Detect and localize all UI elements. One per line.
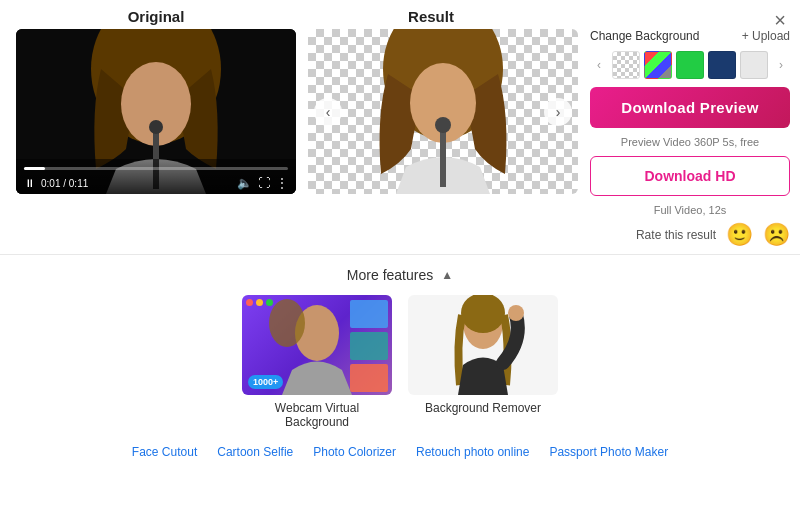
swatch-next-button[interactable]: › (772, 56, 790, 74)
modal-container: × Original Result (0, 0, 800, 516)
download-hd-button[interactable]: Download HD (590, 156, 790, 196)
collapse-arrow-icon[interactable]: ▲ (441, 268, 453, 282)
svg-point-11 (269, 299, 305, 347)
rate-happy-button[interactable]: 🙂 (726, 224, 753, 246)
progress-fill (24, 167, 45, 170)
footer-link-retouch[interactable]: Retouch photo online (416, 445, 529, 459)
divider (0, 254, 800, 255)
bg-remover-feature-card[interactable]: Background Remover (408, 295, 558, 429)
swatch-light-gray[interactable] (740, 51, 768, 79)
original-video-panel: ⏸ 0:01 / 0:11 🔈 ⛶ ⋮ (16, 29, 296, 194)
video-controls: ⏸ 0:01 / 0:11 🔈 ⛶ ⋮ (16, 161, 296, 194)
webcam-feature-name: Webcam Virtual Background (242, 401, 392, 429)
right-controls-panel: Change Background + Upload ‹ › Download … (590, 29, 790, 246)
footer-link-face-cutout[interactable]: Face Cutout (132, 445, 197, 459)
feature-cards: 1000+ Webcam Virtual Background (16, 295, 784, 429)
more-features-section: More features ▲ (0, 263, 800, 439)
upload-link[interactable]: + Upload (742, 29, 790, 43)
bg-remover-thumb (408, 295, 558, 395)
rate-label: Rate this result (636, 228, 716, 242)
download-preview-button[interactable]: Download Preview (590, 87, 790, 128)
result-next-button[interactable]: › (544, 98, 572, 126)
close-button[interactable]: × (774, 10, 786, 30)
result-label: Result (296, 8, 566, 25)
swatch-green[interactable] (676, 51, 704, 79)
time-display: 0:01 / 0:11 (41, 178, 231, 189)
progress-bar[interactable] (24, 167, 288, 170)
svg-point-4 (149, 120, 163, 134)
svg-point-9 (435, 117, 451, 133)
volume-icon[interactable]: 🔈 (237, 176, 252, 190)
webcam-badge: 1000+ (248, 375, 283, 389)
swatch-multi[interactable] (644, 51, 672, 79)
hd-info: Full Video, 12s (590, 204, 790, 216)
svg-rect-12 (350, 300, 388, 328)
fullscreen-icon[interactable]: ⛶ (258, 176, 270, 190)
svg-rect-8 (440, 127, 446, 187)
svg-rect-13 (350, 332, 388, 360)
result-prev-button[interactable]: ‹ (314, 98, 342, 126)
content-row: ⏸ 0:01 / 0:11 🔈 ⛶ ⋮ (0, 29, 800, 246)
rate-sad-button[interactable]: ☹️ (763, 224, 790, 246)
play-pause-button[interactable]: ⏸ (24, 177, 35, 189)
swatch-navy[interactable] (708, 51, 736, 79)
rate-row: Rate this result 🙂 ☹️ (590, 224, 790, 246)
preview-info: Preview Video 360P 5s, free (590, 136, 790, 148)
original-label: Original (16, 8, 296, 25)
result-video-panel: ‹ › (308, 29, 578, 194)
swatch-transparent[interactable] (612, 51, 640, 79)
bg-remover-feature-name: Background Remover (425, 401, 541, 415)
change-bg-row: Change Background + Upload (590, 29, 790, 43)
more-icon[interactable]: ⋮ (276, 176, 288, 190)
svg-rect-14 (350, 364, 388, 392)
more-features-label: More features (347, 267, 433, 283)
color-swatches-row: ‹ › (590, 51, 790, 79)
footer-link-photo-colorizer[interactable]: Photo Colorizer (313, 445, 396, 459)
change-bg-label: Change Background (590, 29, 699, 43)
footer-links: Face Cutout Cartoon Selfie Photo Coloriz… (0, 439, 800, 465)
header-row: Original Result (0, 0, 800, 29)
footer-link-passport[interactable]: Passport Photo Maker (549, 445, 668, 459)
swatch-prev-button[interactable]: ‹ (590, 56, 608, 74)
svg-point-18 (508, 305, 524, 321)
more-features-header: More features ▲ (16, 267, 784, 283)
webcam-thumb: 1000+ (242, 295, 392, 395)
webcam-feature-card[interactable]: 1000+ Webcam Virtual Background (242, 295, 392, 429)
footer-link-cartoon-selfie[interactable]: Cartoon Selfie (217, 445, 293, 459)
